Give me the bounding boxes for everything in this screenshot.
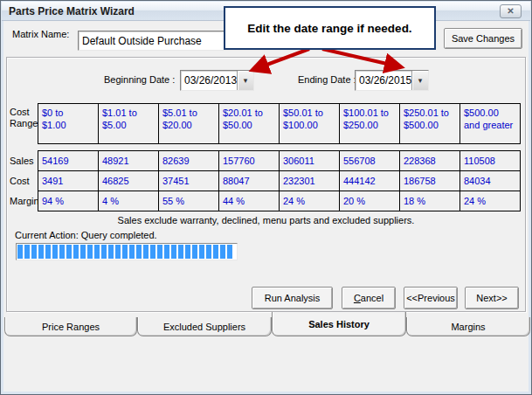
tab-excluded-suppliers-label: Excluded Suppliers [163, 322, 245, 332]
save-changes-label: Save Changes [452, 33, 515, 44]
current-action-status: Current Action: Query completed. [15, 230, 157, 240]
margin-cell: 18 % [400, 191, 460, 211]
tab-sales-history[interactable]: Sales History [272, 312, 406, 336]
next-label: Next>> [476, 293, 507, 303]
margin-row-label: Margin [10, 196, 39, 206]
tab-margins[interactable]: Margins [406, 317, 530, 336]
cancel-label: Cancel [354, 293, 383, 303]
range-cell: $0 to $1.00 [38, 104, 99, 144]
beginning-date-value: 03/26/2013 [181, 71, 237, 90]
range-cell: $100.01 to $250.00 [340, 104, 400, 144]
callout-box: Edit the date range if needed. [224, 6, 436, 50]
close-icon[interactable]: ✕ [500, 4, 522, 18]
next-button[interactable]: Next>> [465, 287, 519, 309]
progress-bar [16, 243, 238, 260]
margin-cell: 20 % [340, 191, 400, 211]
margin-cell: 24 % [460, 191, 521, 211]
table-row: 54169 48921 82639 157760 306011 556708 2… [38, 151, 521, 171]
exclusion-note: Sales exclude warranty, declined, menu p… [6, 215, 526, 225]
previous-label: <<Previous [406, 293, 455, 303]
cost-cell: 3491 [38, 171, 99, 191]
tab-sales-history-label: Sales History [308, 319, 370, 329]
run-analysis-button[interactable]: Run Analysis [252, 287, 333, 309]
cost-cell: 88047 [219, 171, 280, 191]
range-cell: $1.01 to $5.00 [99, 104, 159, 144]
sales-cell: 306011 [280, 151, 340, 171]
range-cell: $50.01 to $100.00 [280, 104, 340, 144]
window-title: Parts Price Matrix Wizard [9, 5, 135, 17]
cost-range-row-label: Cost Range [10, 107, 41, 129]
margin-cell: 44 % [219, 191, 280, 211]
table-row: 3491 46825 37451 88047 232301 444142 186… [38, 171, 521, 191]
cost-cell: 46825 [99, 171, 159, 191]
matrix-name-label: Matrix Name: [12, 29, 69, 39]
range-cell: $20.01 to $50.00 [219, 104, 280, 144]
callout-text: Edit the date range if needed. [247, 22, 411, 35]
sales-cell: 82639 [159, 151, 219, 171]
table-row: $0 to $1.00 $1.01 to $5.00 $5.01 to $20.… [38, 104, 521, 144]
tab-price-ranges[interactable]: Price Ranges [4, 317, 137, 336]
cost-cell: 232301 [280, 171, 340, 191]
progress-bar-fill [17, 245, 234, 259]
sales-row-label: Sales [10, 156, 34, 166]
parts-price-matrix-wizard-dialog: Parts Price Matrix Wizard ✕ Matrix Name:… [0, 0, 532, 395]
margin-cell: 94 % [38, 191, 99, 211]
range-cell: $500.00 and greater [460, 104, 521, 144]
margin-cell: 24 % [280, 191, 340, 211]
margin-cell: 55 % [159, 191, 219, 211]
sales-cell: 228368 [400, 151, 460, 171]
previous-button[interactable]: <<Previous [404, 287, 458, 309]
sales-cell: 110508 [460, 151, 521, 171]
range-cell: $5.01 to $20.00 [159, 104, 219, 144]
run-analysis-label: Run Analysis [265, 293, 321, 303]
margin-cell: 4 % [99, 191, 159, 211]
sales-cell: 556708 [340, 151, 400, 171]
tab-margins-label: Margins [451, 322, 485, 332]
cost-cell: 84034 [460, 171, 521, 191]
cost-cell: 444142 [340, 171, 400, 191]
callout-arrows-icon [232, 47, 420, 77]
sales-cell: 157760 [219, 151, 280, 171]
save-changes-button[interactable]: Save Changes [444, 28, 522, 49]
cost-row-label: Cost [10, 176, 30, 186]
range-cell: $250.01 to $500.00 [400, 104, 460, 144]
cost-range-header-table: $0 to $1.00 $1.01 to $5.00 $5.01 to $20.… [38, 103, 521, 144]
cancel-button[interactable]: Cancel [342, 287, 396, 309]
table-row: 94 % 4 % 55 % 44 % 24 % 20 % 18 % 24 % [38, 191, 521, 211]
tab-excluded-suppliers[interactable]: Excluded Suppliers [137, 317, 272, 336]
beginning-date-label: Beginning Date : [104, 74, 175, 85]
cost-cell: 186758 [400, 171, 460, 191]
sales-history-table: 54169 48921 82639 157760 306011 556708 2… [38, 150, 521, 211]
sales-cell: 48921 [99, 151, 159, 171]
cost-cell: 37451 [159, 171, 219, 191]
sales-cell: 54169 [38, 151, 99, 171]
tab-price-ranges-label: Price Ranges [42, 322, 100, 332]
